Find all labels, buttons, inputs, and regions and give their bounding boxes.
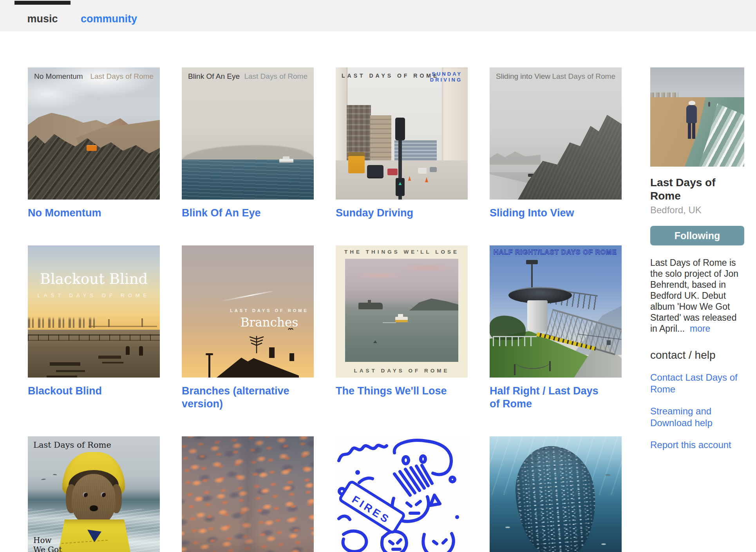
art-picnic-table [50, 362, 80, 366]
band-sidebar: Last Days of Rome Bedford, UK Following … [650, 67, 744, 451]
album-title-link[interactable]: No Momentum [28, 207, 149, 220]
cover-artist-text: LAST DAYS OF ROME [28, 292, 160, 298]
cover-title-text: Branches [225, 315, 314, 329]
tab-music[interactable]: music [14, 0, 71, 31]
album-cover-half-right[interactable]: HALF RIGHT/LAST DAYS OF ROME [490, 245, 622, 378]
art-ship [279, 159, 293, 163]
album-title-link[interactable]: Blink Of An Eye [182, 207, 303, 220]
cover-title-text: THE THINGS WE'LL LOSE [336, 249, 468, 255]
cover-title-text: Sliding into View [496, 72, 550, 81]
art-boat [395, 317, 408, 322]
cover-title-text: SUNDAY DRIVING [429, 71, 462, 83]
report-account-link[interactable]: Report this account [650, 439, 744, 451]
cover-title-text: No Momentum [34, 72, 83, 81]
album-item: Blink Of An Eye Last Days of Rome Blink … [182, 67, 314, 220]
cover-artist-text: LAST DAYS OF ROME [225, 308, 314, 313]
band-photo[interactable] [650, 67, 744, 167]
album-title-link[interactable]: Blackout Blind [28, 385, 149, 398]
album-cover-how-we-got-started[interactable]: Last Days of Rome How We Got Started [28, 436, 160, 552]
cover-artist-text: LAST DAYS OF ROME [342, 73, 439, 79]
tab-music-label: music [14, 13, 71, 25]
art-bridge [89, 320, 157, 327]
art-bridge [141, 318, 143, 327]
art-skyline [28, 317, 98, 328]
album-cover-branches[interactable]: LAST DAYS OF ROME Branches [182, 245, 314, 378]
tab-bar: music community [0, 0, 756, 31]
art-chimney [289, 353, 294, 361]
album-item: Blackout Blind LAST DAYS OF ROME Blackou… [28, 245, 160, 398]
tab-community[interactable]: community [71, 0, 147, 31]
art-picnic-table [98, 356, 121, 359]
art-layer [182, 436, 314, 552]
band-bio: Last Days of Rome is the solo project of… [650, 257, 744, 334]
art-fish [505, 527, 510, 528]
art-structure [527, 300, 548, 332]
album-item: LAST DAYS OF ROME Branches Branches (alt… [182, 245, 314, 410]
album-cover-blackout-blind[interactable]: Blackout Blind LAST DAYS OF ROME [28, 245, 160, 378]
contact-band-link[interactable]: Contact Last Days of Rome [650, 372, 744, 395]
art-antenna [246, 334, 267, 353]
art-doodle: FIRES [336, 436, 468, 552]
album-cover-things-well-lose[interactable]: THE THINGS WE'LL LOSE LAST DAYS OF ROME [336, 245, 468, 378]
album-cover-blink-of-an-eye[interactable]: Blink Of An Eye Last Days of Rome [182, 67, 314, 200]
art-dog-eye [83, 492, 88, 497]
art-layer [182, 160, 314, 200]
art-fence [493, 336, 537, 346]
art-bird [288, 327, 293, 330]
discography-grid: No Momentum Last Days of Rome No Momentu… [28, 67, 622, 552]
art-layer [383, 322, 396, 323]
art-traffic-light [396, 178, 405, 196]
cover-title-text: HALF RIGHT/LAST DAYS OF ROME [494, 249, 617, 256]
album-title-link[interactable]: Sunday Driving [336, 207, 457, 220]
art-traffic-light [395, 118, 405, 140]
art-building [370, 115, 391, 162]
art-post [514, 364, 515, 375]
album-cover-fires-doodle[interactable]: FIRES [336, 436, 468, 552]
album-item: FIRES [336, 436, 468, 552]
art-dog-nose [90, 505, 98, 511]
album-item [490, 436, 622, 552]
art-car [367, 165, 383, 178]
art-car [430, 167, 437, 172]
art-mast [531, 262, 533, 289]
album-title-link[interactable]: Sliding Into View [490, 207, 611, 220]
art-lamppost [208, 353, 210, 378]
art-person [139, 346, 143, 356]
art-layer [689, 101, 695, 105]
album-cover-sliding-into-view[interactable]: Sliding into View Last Days of Rome [490, 67, 622, 200]
cover-artist-text: Last Days of Rome [33, 440, 111, 450]
album-item [182, 436, 314, 552]
art-fish [601, 543, 606, 545]
band-name: Last Days of Rome [650, 176, 744, 203]
art-person [126, 346, 130, 355]
art-fence [28, 334, 160, 341]
bio-more-link[interactable]: more [690, 323, 710, 334]
album-item: No Momentum Last Days of Rome No Momentu… [28, 67, 160, 220]
album-title-link[interactable]: Half Right / Last Days of Rome [490, 385, 611, 410]
album-cover-no-momentum[interactable]: No Momentum Last Days of Rome [28, 67, 160, 200]
album-cover-clouds[interactable] [182, 436, 314, 552]
album-item: Sliding into View Last Days of Rome Slid… [490, 67, 622, 220]
following-button[interactable]: Following [650, 226, 744, 245]
art-floodlight [526, 260, 538, 264]
cover-artist-text: Last Days of Rome [90, 72, 154, 81]
art-person [686, 105, 697, 123]
streaming-help-link[interactable]: Streaming and Download help [650, 405, 744, 429]
album-title-link[interactable]: Branches (alternative version) [182, 385, 303, 410]
album-item: Last Days of Rome How We Got Started [28, 436, 160, 552]
art-island [358, 303, 383, 309]
cover-artist-text: Last Days of Rome [552, 72, 615, 81]
album-title-link[interactable]: The Things We'll Lose [336, 385, 457, 398]
art-fish [605, 474, 611, 476]
art-bus [348, 152, 365, 173]
art-bridge [108, 319, 110, 327]
cover-title-text: Blink Of An Eye [188, 72, 240, 81]
cover-artist-text: LAST DAYS OF ROME [336, 368, 468, 374]
album-cover-sunday-driving[interactable]: LAST DAYS OF ROME SUNDAY DRIVING [336, 67, 468, 200]
cover-title-text: Blackout Blind [28, 271, 160, 287]
album-cover-fish-school[interactable] [490, 436, 622, 552]
art-chimney [269, 347, 275, 358]
art-bus [87, 146, 97, 151]
album-item: LAST DAYS OF ROME SUNDAY DRIVING Sunday … [336, 67, 468, 220]
album-item: THE THINGS WE'LL LOSE LAST DAYS OF ROME … [336, 245, 468, 398]
